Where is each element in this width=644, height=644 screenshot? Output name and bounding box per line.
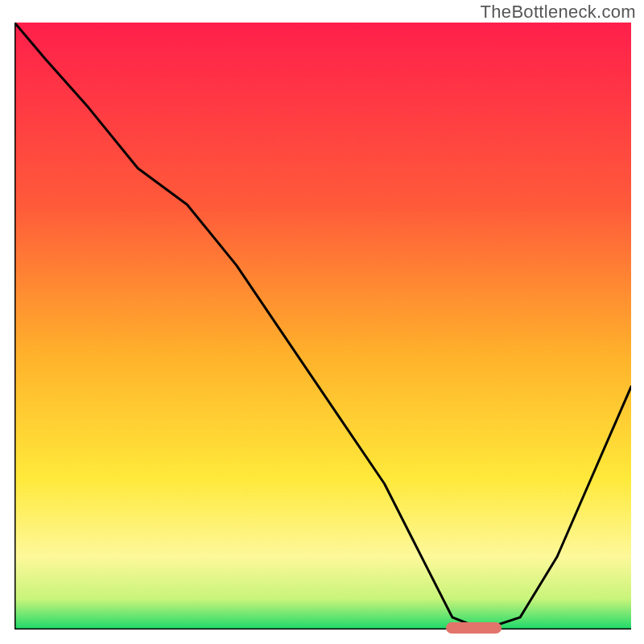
gradient-bg xyxy=(14,23,631,630)
chart-frame: TheBottleneck.com xyxy=(0,0,644,644)
plot-area xyxy=(14,23,631,630)
watermark-text: TheBottleneck.com xyxy=(481,2,636,23)
chart-svg xyxy=(14,23,631,630)
optimal-zone-marker xyxy=(446,622,502,634)
